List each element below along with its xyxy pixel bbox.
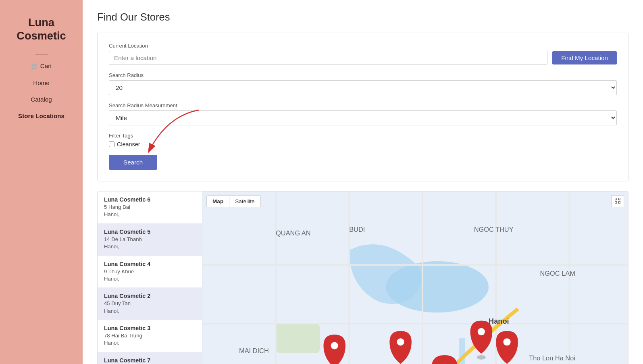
svg-point-54 [478, 328, 485, 335]
sidebar-item-home[interactable]: Home [0, 78, 83, 88]
list-item[interactable]: Luna Cosmetic 3 78 Hai Ba TrungHanoi, [98, 320, 202, 352]
svg-text:Hanoi: Hanoi [489, 317, 509, 325]
filter-tag-cleanser-label: Cleanser [117, 141, 140, 148]
store-address: 5 Hang BaiHanoi, [104, 204, 196, 218]
store-name: Luna Cosmetic 6 [104, 196, 196, 203]
list-item[interactable]: Luna Cosmetic 7 31 Nguyen Chi ThanhHanoi… [98, 352, 202, 364]
filter-tag-cleanser-checkbox[interactable] [109, 141, 114, 147]
svg-point-52 [397, 338, 404, 345]
sidebar-divider [35, 54, 48, 55]
expand-icon [615, 198, 620, 204]
store-list: Luna Cosmetic 6 5 Hang BaiHanoi, Luna Co… [98, 191, 202, 364]
map-image: MAI DICH CAU DIEN DAI MO MY DINH 2 TRAN … [202, 191, 628, 364]
svg-rect-2 [615, 202, 617, 204]
svg-text:BUDI: BUDI [349, 226, 365, 233]
search-button[interactable]: Search [109, 155, 157, 170]
store-address: 45 Duy TanHanoi, [104, 300, 196, 315]
svg-rect-0 [615, 198, 617, 200]
cart-link[interactable]: 🛒 Cart [31, 62, 52, 70]
radius-measurement-label: Search Radius Measurement [109, 102, 617, 108]
svg-text:MAI DICH: MAI DICH [239, 347, 269, 354]
sidebar: Luna Cosmetic 🛒 Cart Home Catalog Store … [0, 0, 83, 364]
store-name: Luna Cosmetic 7 [104, 357, 196, 364]
search-radius-group: Search Radius 20 5 10 50 100 [109, 72, 617, 95]
search-radius-select[interactable]: 20 5 10 50 100 [109, 80, 617, 95]
sidebar-item-catalog[interactable]: Catalog [0, 94, 83, 104]
results-area: Luna Cosmetic 6 5 Hang BaiHanoi, Luna Co… [97, 191, 628, 364]
current-location-label: Current Location [109, 43, 547, 49]
store-address: 9 Thuy KhueHanoi, [104, 268, 196, 283]
svg-rect-1 [618, 198, 620, 200]
store-address: 14 De La ThanhHanoi, [104, 236, 196, 251]
page-title: Find Our Stores [97, 11, 628, 23]
list-item[interactable]: Luna Cosmetic 5 14 De La ThanhHanoi, [98, 224, 202, 256]
filter-tag-cleanser-item: Cleanser [109, 141, 617, 148]
current-location-input[interactable] [109, 51, 547, 65]
search-radius-label: Search Radius [109, 72, 617, 78]
map-tab-controls: Map Satellite [206, 196, 261, 207]
list-item[interactable]: Luna Cosmetic 2 45 Duy TanHanoi, [98, 288, 202, 320]
map-tab-satellite[interactable]: Satellite [229, 196, 260, 207]
svg-rect-9 [276, 324, 320, 353]
locator-form-card: Current Location Find My Location Search… [97, 33, 628, 181]
radius-measurement-select[interactable]: Mile Kilometer [109, 110, 617, 125]
find-my-location-button[interactable]: Find My Location [552, 51, 617, 64]
radius-measurement-group: Search Radius Measurement Mile Kilometer [109, 102, 617, 125]
svg-text:Tho Lon Ha Noi: Tho Lon Ha Noi [529, 354, 575, 362]
svg-text:QUANG AN: QUANG AN [276, 229, 310, 237]
sidebar-item-store-locations[interactable]: Store Locations [0, 111, 83, 121]
location-row: Current Location Find My Location [109, 43, 617, 65]
list-item[interactable]: Luna Cosmetic 4 9 Thuy KhueHanoi, [98, 256, 202, 288]
store-name: Luna Cosmetic 4 [104, 261, 196, 267]
svg-text:NGOC LAM: NGOC LAM [540, 270, 575, 277]
main-content: Find Our Stores Current Location Find My… [83, 0, 643, 364]
store-name: Luna Cosmetic 3 [104, 325, 196, 331]
svg-point-50 [331, 342, 338, 349]
map-expand-button[interactable] [611, 196, 624, 207]
svg-point-56 [503, 338, 510, 345]
svg-point-53 [477, 355, 486, 360]
store-name: Luna Cosmetic 2 [104, 293, 196, 299]
sidebar-logo: Luna Cosmetic [17, 16, 66, 42]
sidebar-nav: Home Catalog Store Locations [0, 78, 83, 121]
svg-rect-3 [618, 202, 620, 204]
list-item[interactable]: Luna Cosmetic 6 5 Hang BaiHanoi, [98, 191, 202, 224]
store-address: 78 Hai Ba TrungHanoi, [104, 332, 196, 347]
store-name: Luna Cosmetic 5 [104, 229, 196, 235]
svg-text:NGOC THUY: NGOC THUY [474, 226, 514, 233]
filter-tags-label: Filter Tags [109, 133, 617, 139]
map-tab-map[interactable]: Map [206, 196, 229, 207]
map-area[interactable]: Map Satellite [202, 191, 628, 364]
filter-tags-group: Filter Tags Cleanser [109, 133, 617, 148]
